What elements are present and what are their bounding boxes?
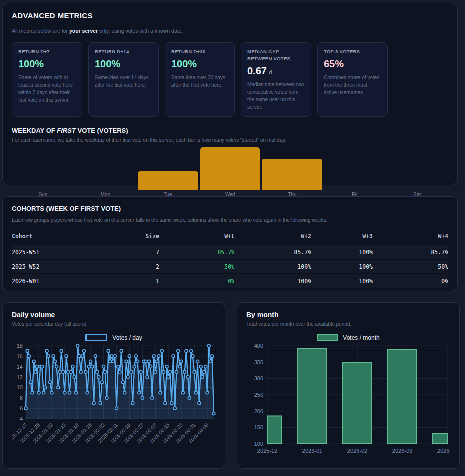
data-point: [134, 355, 137, 358]
data-point: [144, 360, 147, 363]
y-axis-label: 400: [254, 343, 263, 349]
data-point: [165, 365, 168, 368]
cohort-cell: 85.7%: [373, 249, 448, 256]
data-point: [89, 360, 92, 363]
weekday-chart[interactable]: [12, 147, 448, 190]
data-point: [120, 349, 123, 352]
x-axis-label: 2026-01: [302, 448, 322, 454]
data-point: [146, 376, 149, 379]
y-axis-label: 14: [17, 364, 23, 370]
metric-label: RETURN D+7: [18, 48, 76, 55]
cohorts-title: COHORTS (WEEK OF FIRST VOTE): [12, 205, 448, 212]
data-point: [47, 355, 50, 358]
metric-description: Median time between two consecutive vote…: [247, 81, 305, 111]
subtitle-prefix: All metrics below are for: [12, 28, 69, 34]
data-point: [180, 360, 183, 363]
y-axis-label: 16: [17, 353, 23, 359]
data-point: [65, 355, 68, 358]
data-point: [78, 355, 81, 358]
cohort-cell: 7: [84, 249, 159, 256]
data-point: [115, 407, 118, 410]
weekday-slot: [261, 147, 323, 190]
weekday-slot: [137, 147, 199, 190]
by-month-title: By month: [246, 311, 450, 318]
data-point: [73, 376, 76, 379]
data-point: [99, 402, 102, 405]
cohort-cell: 85.7%: [234, 249, 311, 256]
x-axis-label: 2026-02: [347, 448, 367, 454]
data-point: [86, 391, 89, 394]
y-axis-label: 350: [254, 359, 263, 365]
data-point: [167, 376, 170, 379]
cohort-cell: 2026-W01: [12, 278, 84, 285]
x-axis-label: 2026-04: [437, 448, 450, 454]
data-point: [104, 370, 107, 373]
cohort-cell: 1: [84, 278, 159, 285]
x-axis-label: 2026-03: [392, 448, 412, 454]
data-point: [24, 407, 27, 410]
data-point: [37, 391, 40, 394]
cohort-cell: 100%: [311, 263, 373, 270]
daily-legend: Votes / day: [12, 333, 216, 342]
data-point: [70, 370, 73, 373]
data-point: [91, 365, 94, 368]
cohort-table: CohortSizeW+1W+2W+3W+42025-W51785.7%85.7…: [12, 230, 448, 289]
data-point: [71, 365, 74, 368]
data-point: [74, 391, 77, 394]
weekday-section: WEEKDAY OF FIRST VOTE (VOTERS) For each …: [12, 127, 448, 202]
y-axis-label: 12: [17, 374, 23, 380]
metric-description: Combined share of votes from the three m…: [324, 74, 381, 96]
x-axis-label: 2025-12: [257, 448, 277, 454]
data-point: [183, 370, 186, 373]
data-point: [138, 391, 141, 394]
metric-label: RETURN D+14: [95, 48, 152, 55]
cohort-cell: 50%: [373, 263, 448, 270]
metric-card: TOP 3 VOTERS65%Combined share of votes f…: [317, 42, 388, 117]
cohort-row: 2025-W52250%100%100%50%: [12, 260, 448, 274]
y-axis-label: 10: [17, 384, 23, 390]
weekday-axis-label: Sun: [12, 192, 74, 197]
monthly-legend-swatch: [317, 334, 338, 341]
data-point: [53, 360, 56, 363]
month-bar: [298, 348, 327, 444]
monthly-legend-label: Votes / month: [343, 334, 379, 341]
data-point: [178, 365, 181, 368]
data-point: [147, 360, 150, 363]
month-bar: [343, 363, 372, 444]
data-point: [31, 391, 34, 394]
data-point: [154, 370, 157, 373]
data-point: [118, 370, 121, 373]
monthly-chart-svg[interactable]: 1001502002503003504002025-122026-012026-…: [246, 342, 450, 459]
weekday-axis-label: Thu: [261, 192, 323, 197]
cohort-column-header: Cohort: [12, 233, 84, 240]
cohort-column-header: W+2: [234, 233, 311, 240]
data-point: [76, 344, 79, 347]
data-point: [44, 386, 47, 389]
metric-value: 100%: [171, 58, 229, 70]
y-axis-label: 6: [20, 405, 23, 411]
data-point: [117, 365, 120, 368]
cohort-cell: 2025-W52: [12, 263, 84, 270]
weekday-bar-thu: [262, 159, 322, 190]
cohort-cell: 85.7%: [159, 249, 234, 256]
data-point: [113, 355, 116, 358]
data-point: [107, 349, 110, 352]
data-point: [207, 344, 210, 347]
metric-value: 65%: [324, 58, 381, 70]
data-point: [193, 370, 196, 373]
cohort-table-header: CohortSizeW+1W+2W+3W+4: [12, 230, 448, 245]
data-point: [58, 370, 61, 373]
data-point: [100, 381, 103, 384]
advanced-metrics-subtitle: All metrics below are for your server on…: [12, 28, 448, 34]
data-point: [156, 360, 159, 363]
metric-card: RETURN D+14100%Same idea over 14 days af…: [88, 42, 159, 117]
daily-chart-svg[interactable]: 46810121416182025-12-172025-12-252026-01…: [12, 342, 216, 451]
month-bar: [388, 350, 417, 444]
data-point: [159, 391, 162, 394]
weekday-title-italic: FIRST: [57, 127, 76, 134]
metric-description: Same idea over 14 days after the first v…: [95, 74, 152, 89]
metric-description: Share of voters with at least a second v…: [18, 74, 76, 104]
data-point: [26, 349, 29, 352]
weekday-chart-title: WEEKDAY OF FIRST VOTE (VOTERS): [12, 127, 448, 134]
weekday-axis-label: Tue: [137, 192, 199, 197]
